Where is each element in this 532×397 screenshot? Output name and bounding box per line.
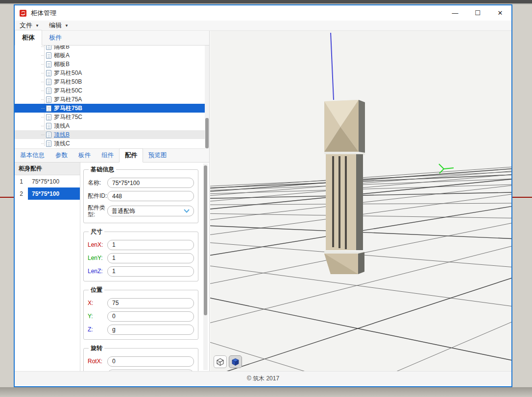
accessory-list: 柜身配件 1 75*75*100 2 75*75*100	[15, 163, 80, 371]
wireframe-view-button[interactable]	[214, 355, 227, 368]
tab-parameters[interactable]: 参数	[50, 149, 73, 162]
form-scrollbar-thumb[interactable]	[204, 165, 207, 315]
minimize-button[interactable]: —	[444, 5, 466, 21]
footer-bar: © 筑木 2017	[15, 371, 511, 385]
cabinet-panel-tabs: 柜体 板件	[15, 31, 209, 46]
document-icon	[46, 105, 51, 112]
tab-components[interactable]: 组件	[96, 149, 119, 162]
desktop-top-strip	[0, 0, 532, 3]
accessory-form: 基础信息 名称: 配件ID: 配件类型: 普通配饰	[80, 163, 209, 371]
group-legend: 位置	[89, 286, 104, 294]
tree-scrollbar[interactable]	[205, 46, 209, 149]
tree-item-label: 罗马柱75A	[54, 95, 82, 104]
document-icon	[46, 96, 51, 103]
field-label-z: Z:	[88, 326, 107, 333]
document-icon	[46, 79, 51, 85]
cabinet-manager-window: 柜体管理 — ☐ ✕ 文件 ▼ 编辑 ▼ 柜体 板件 隔板B	[14, 4, 512, 387]
rotx-field[interactable]	[107, 356, 194, 367]
chevron-down-icon	[184, 209, 190, 213]
group-basic-info: 基础信息 名称: 配件ID: 配件类型: 普通配饰	[83, 165, 198, 223]
window-controls: — ☐ ✕	[444, 5, 511, 21]
tab-boards[interactable]: 板件	[73, 149, 96, 162]
tree-item-label: 楣板A	[54, 51, 70, 60]
leny-field[interactable]	[107, 253, 194, 263]
tree-item-hovered[interactable]: 顶线B	[15, 130, 209, 139]
3d-viewport[interactable]	[210, 31, 511, 371]
group-legend: 旋转	[89, 344, 104, 352]
red-axis-line-right	[512, 197, 532, 198]
group-legend: 尺寸	[89, 228, 104, 236]
field-label-type: 配件类型:	[88, 204, 107, 218]
group-size: 尺寸 LenX: LenY: LenZ:	[83, 228, 198, 281]
document-icon	[46, 88, 51, 94]
group-position: 位置 X: Y: Z:	[83, 286, 198, 340]
tab-preview[interactable]: 预览图	[143, 149, 172, 162]
shaded-cube-icon	[231, 358, 240, 366]
tree-item[interactable]: 楣板A	[15, 51, 209, 60]
tree-item-label: 楣板B	[54, 60, 70, 69]
tree-item-label: 罗马柱50A	[54, 69, 82, 77]
field-label-lenx: LenX:	[88, 241, 107, 248]
tree-scrollbar-thumb[interactable]	[205, 118, 209, 148]
tab-accessories[interactable]: 配件	[119, 148, 143, 163]
document-icon	[46, 114, 51, 120]
tree-item[interactable]: 楣板B	[15, 60, 209, 69]
copyright-text: © 筑木 2017	[247, 374, 279, 383]
window-title: 柜体管理	[31, 9, 56, 18]
chevron-down-icon: ▼	[35, 23, 39, 28]
accessory-row[interactable]: 1 75*75*100	[15, 175, 80, 187]
title-bar[interactable]: 柜体管理 — ☐ ✕	[15, 5, 511, 21]
y-field[interactable]	[107, 311, 194, 322]
viewport-canvas[interactable]	[210, 31, 511, 371]
tree-item[interactable]: 罗马柱50C	[15, 86, 209, 95]
tree-item[interactable]: 罗马柱50A	[15, 69, 209, 77]
tree-item-selected[interactable]: 罗马柱75B	[15, 104, 209, 113]
cabinet-tree[interactable]: 隔板B 楣板A 楣板B 罗马柱50A 罗马柱50B 罗马柱50C 罗马柱75A …	[15, 46, 209, 149]
menu-file[interactable]: 文件 ▼	[15, 21, 44, 30]
tree-item[interactable]: 罗马柱75C	[15, 113, 209, 121]
roman-column-model	[324, 100, 365, 274]
accessory-id-field[interactable]	[107, 191, 194, 201]
menu-edit-label: 编辑	[49, 21, 62, 30]
field-label-x: X:	[88, 300, 107, 306]
accessory-row-selected[interactable]: 2 75*75*100	[15, 187, 80, 200]
tree-item-label: 顶线C	[54, 140, 70, 148]
menu-bar: 文件 ▼ 编辑 ▼	[15, 21, 511, 31]
form-scrollbar[interactable]	[203, 163, 208, 370]
field-label-name: 名称:	[88, 179, 107, 186]
accessory-type-select[interactable]: 普通配饰	[107, 206, 194, 216]
accessory-list-header: 柜身配件	[15, 163, 80, 175]
wireframe-cube-icon	[216, 358, 224, 366]
tab-cabinet[interactable]: 柜体	[15, 30, 42, 46]
tree-item[interactable]: 顶线C	[15, 139, 209, 148]
lenz-field[interactable]	[107, 266, 194, 277]
tree-item-label: 罗马柱50B	[54, 78, 82, 86]
field-label-id: 配件ID:	[88, 192, 107, 199]
field-label-lenz: LenZ:	[88, 268, 107, 275]
document-icon	[46, 52, 51, 59]
close-button[interactable]: ✕	[489, 5, 511, 21]
document-icon	[46, 70, 51, 76]
tree-item-label: 隔板B	[54, 46, 70, 51]
content-area: 柜体 板件 隔板B 楣板A 楣板B 罗马柱50A 罗马柱50B 罗马柱50C 罗…	[15, 31, 511, 371]
desktop-bottom-shadow	[0, 387, 532, 397]
x-field[interactable]	[107, 298, 194, 308]
tree-item[interactable]: 罗马柱50B	[15, 77, 209, 86]
name-field[interactable]	[107, 178, 194, 188]
menu-file-label: 文件	[20, 21, 32, 30]
field-label-leny: LenY:	[88, 255, 107, 261]
lenx-field[interactable]	[107, 240, 194, 250]
tree-item[interactable]: 顶线A	[15, 121, 209, 130]
shaded-view-button[interactable]	[229, 355, 242, 368]
green-axis-marker	[439, 164, 454, 173]
tree-item[interactable]: 隔板B	[15, 46, 209, 51]
viewport-toolbar	[214, 355, 242, 368]
document-icon	[46, 123, 51, 129]
z-field[interactable]	[107, 325, 194, 335]
maximize-button[interactable]: ☐	[466, 5, 489, 21]
menu-edit[interactable]: 编辑 ▼	[44, 21, 73, 30]
tab-panel[interactable]: 板件	[42, 30, 69, 45]
field-label-y: Y:	[88, 313, 107, 320]
tree-item[interactable]: 罗马柱75A	[15, 95, 209, 104]
tab-basic-info[interactable]: 基本信息	[15, 149, 50, 162]
